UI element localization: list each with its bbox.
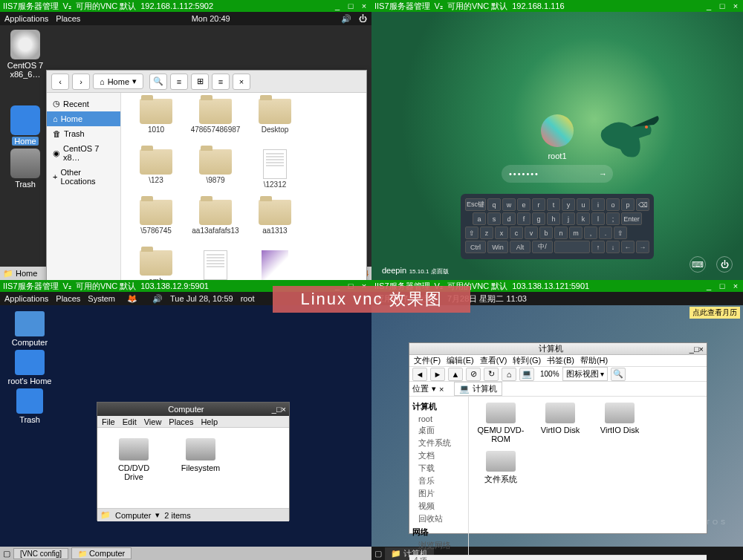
location-bar[interactable]: ⌂Home▾	[93, 74, 143, 89]
sidebar-item-other[interactable]: +Other Locations	[47, 165, 120, 189]
sidebar-item-centos[interactable]: ◉CentOS 7 x8…	[47, 141, 120, 165]
maximize-icon[interactable]: □	[346, 1, 355, 10]
breadcrumb-button[interactable]: 💻 计算机	[454, 382, 502, 396]
keyboard-key[interactable]: r	[532, 198, 545, 211]
sidebar-item[interactable]: 视频	[412, 500, 465, 512]
submit-arrow-icon[interactable]: →	[599, 169, 609, 178]
trash-desktop-icon[interactable]: Trash	[7, 388, 52, 424]
keyboard-key[interactable]: i	[591, 198, 605, 211]
applications-menu[interactable]: Applications	[4, 14, 48, 23]
keyboard-key[interactable]: v	[525, 227, 538, 239]
forward-button[interactable]: ►	[430, 368, 445, 381]
keyboard-key[interactable]: y	[562, 198, 575, 211]
keyboard-key[interactable]: ,	[584, 227, 597, 239]
drive-item[interactable]: VirtIO Disk	[594, 403, 646, 443]
menu-item[interactable]: 查看(V)	[480, 355, 507, 366]
minimize-icon[interactable]: _	[704, 1, 713, 10]
list-view-button[interactable]: ≡	[170, 74, 188, 90]
close-button[interactable]: ×	[233, 74, 250, 90]
keyboard-key[interactable]: g	[532, 212, 545, 225]
menu-item[interactable]: 编辑(E)	[447, 355, 474, 366]
sidebar-item[interactable]: 音乐	[412, 475, 465, 487]
keyboard-key[interactable]: o	[606, 198, 620, 211]
keyboard-key[interactable]: m	[569, 227, 583, 239]
volume-icon[interactable]: 🔊	[341, 14, 351, 24]
maximize-icon[interactable]: □	[694, 345, 699, 354]
keyboard-key[interactable]: ⇧	[465, 227, 478, 239]
password-input[interactable]: •••••••→	[502, 165, 613, 183]
keyboard-key[interactable]: z	[480, 227, 493, 239]
keyboard-key[interactable]: e	[517, 198, 531, 211]
keyboard-key[interactable]: 中/	[532, 241, 553, 253]
keyboard-key[interactable]: h	[547, 212, 560, 225]
sidebar-item-recent[interactable]: ◷Recent	[47, 96, 120, 111]
search-button[interactable]: 🔍	[149, 74, 167, 90]
menu-item[interactable]: 书签(B)	[547, 355, 574, 366]
keyboard-key[interactable]: Esc键	[465, 198, 486, 211]
menu-item[interactable]: 转到(G)	[513, 355, 541, 366]
keyboard-key[interactable]: ←	[621, 241, 635, 253]
show-desktop-icon[interactable]: ▢	[3, 549, 10, 559]
maximize-icon[interactable]: □	[276, 405, 282, 414]
keyboard-key[interactable]: Ctrl	[465, 241, 486, 253]
keyboard-toggle-icon[interactable]: ⌨	[690, 256, 706, 273]
close-icon[interactable]: ×	[360, 1, 369, 10]
keyboard-key[interactable]: u	[577, 198, 590, 211]
keyboard-key[interactable]: b	[539, 227, 553, 239]
maximize-icon[interactable]: □	[718, 281, 727, 290]
clock[interactable]: Mon 20:49	[88, 14, 334, 23]
keyboard-key[interactable]: k	[577, 212, 590, 225]
file-item[interactable]: 1010	[127, 99, 185, 148]
places-menu[interactable]: Places	[56, 14, 80, 23]
reload-button[interactable]: ↻	[484, 368, 499, 381]
menu-item[interactable]: View	[144, 417, 162, 426]
file-item[interactable]: \12312	[246, 149, 304, 198]
close-icon[interactable]: ×	[731, 1, 740, 10]
drive-item[interactable]: 文件系统	[475, 451, 527, 485]
window-titlebar[interactable]: 计算机_□×	[409, 343, 707, 355]
volume-icon[interactable]: 🔊	[152, 294, 163, 304]
menu-item[interactable]: Edit	[123, 417, 137, 426]
view-selector[interactable]: 图标视图 ▾	[562, 367, 609, 381]
show-desktop-icon[interactable]: ▢	[374, 549, 382, 559]
home-desktop-icon[interactable]: root's Home	[7, 350, 52, 385]
keyboard-key[interactable]: c	[510, 227, 523, 239]
sidebar-item[interactable]: 回收站	[412, 512, 465, 525]
keyboard-key[interactable]: ⌫	[636, 198, 649, 211]
keyboard-key[interactable]	[554, 241, 590, 253]
keyboard-key[interactable]: Win	[487, 241, 508, 253]
keyboard-key[interactable]: ↑	[591, 241, 605, 253]
file-item[interactable]: \5786745	[127, 200, 185, 249]
window-titlebar[interactable]: Computer_□×	[97, 403, 289, 416]
sidebar-item[interactable]: root	[412, 414, 465, 424]
home-desktop-icon[interactable]: Home	[4, 105, 46, 146]
file-item[interactable]: 478657486987	[186, 99, 244, 148]
file-item[interactable]: aa1313	[246, 200, 304, 249]
taskbar-item-vnc[interactable]: [VNC config]	[13, 548, 68, 559]
keyboard-key[interactable]: q	[487, 198, 501, 211]
minimize-icon[interactable]: _	[704, 281, 713, 290]
search-button[interactable]: 🔍	[611, 368, 626, 381]
sidebar-item[interactable]: 文档	[412, 449, 465, 462]
forward-button[interactable]: ›	[72, 74, 90, 90]
keyboard-key[interactable]: t	[547, 198, 560, 211]
keyboard-key[interactable]: j	[562, 212, 575, 225]
sidebar-item-trash[interactable]: 🗑Trash	[47, 126, 120, 141]
user-menu[interactable]: root	[241, 294, 255, 303]
file-item[interactable]: aa13afafafs13	[186, 200, 244, 249]
nautilus-file-grid[interactable]: 1010478657486987Desktop\123\9879\12312\5…	[121, 93, 366, 292]
filesystem-item[interactable]: Filesystem	[175, 438, 227, 498]
keyboard-key[interactable]: Enter	[621, 212, 642, 225]
home-button[interactable]: ⌂	[502, 368, 516, 381]
clock[interactable]: Tue Jul 28, 10:59	[170, 294, 233, 303]
grid-view-button[interactable]: ⊞	[191, 74, 209, 90]
menu-item[interactable]: File	[102, 417, 115, 426]
close-icon[interactable]: ×	[699, 345, 704, 354]
keyboard-key[interactable]: p	[621, 198, 635, 211]
file-item[interactable]: \9879	[186, 149, 244, 198]
back-button[interactable]: ◄	[412, 368, 427, 381]
keyboard-key[interactable]: .	[599, 227, 612, 239]
sidebar-item-network[interactable]: 浏览网络	[412, 539, 465, 552]
computer-body[interactable]: CD/DVD Drive Filesystem	[97, 428, 289, 508]
file-item[interactable]: Desktop	[246, 99, 304, 148]
